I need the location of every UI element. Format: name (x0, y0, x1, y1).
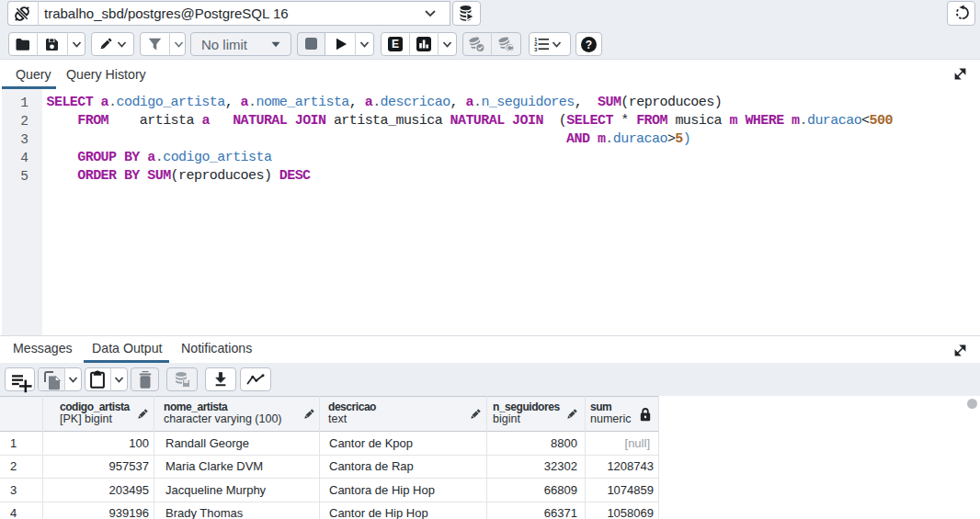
svg-text:3: 3 (534, 47, 537, 51)
